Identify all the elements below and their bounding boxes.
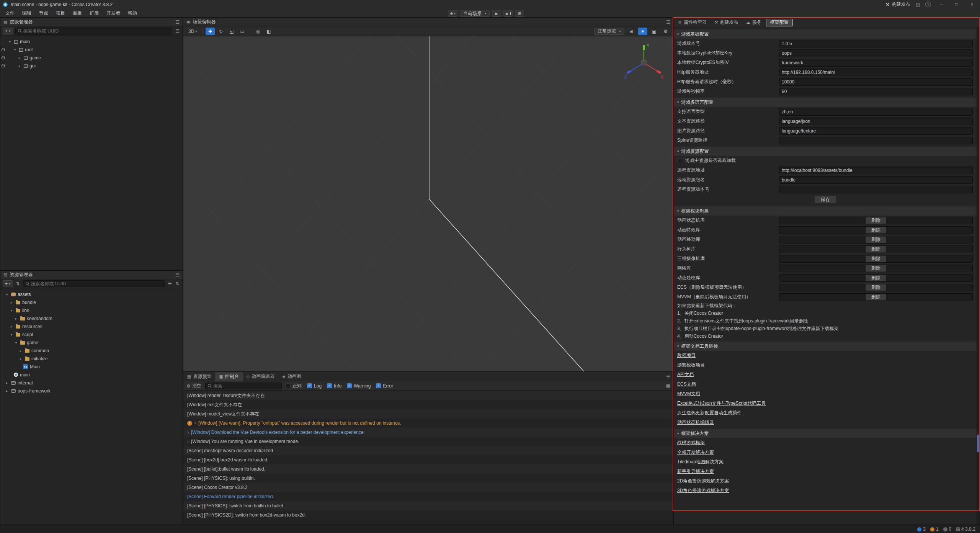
asset-folder-bundle[interactable]: ▸ bundle bbox=[0, 298, 183, 306]
collapse-arrow-icon[interactable]: ▸ bbox=[18, 349, 23, 353]
log-row[interactable]: ! › [Scene] Cocos Creator v3.8.2 bbox=[183, 483, 673, 492]
delete-button[interactable]: 删除 bbox=[866, 227, 886, 234]
grid-toggle-button[interactable]: ⊞ bbox=[627, 28, 636, 35]
menu-item[interactable]: 编辑 bbox=[18, 10, 35, 16]
asset-folder-libs[interactable]: ▾ libs bbox=[0, 306, 183, 314]
tab-property-inspector[interactable]: ⚙ 属性检查器 bbox=[674, 18, 710, 27]
filter-checkbox[interactable]: ✓ bbox=[286, 383, 291, 388]
delete-button[interactable]: 删除 bbox=[866, 284, 886, 291]
delete-button[interactable]: 删除 bbox=[866, 217, 886, 224]
assets-search[interactable] bbox=[23, 280, 165, 287]
log-row[interactable]: ! › [Window] You are running Vue in deve… bbox=[183, 437, 673, 446]
expand-arrow-icon[interactable]: ▾ bbox=[9, 333, 14, 337]
log-search-input[interactable] bbox=[213, 383, 279, 389]
menu-item[interactable]: 扩展 bbox=[86, 10, 103, 16]
doc-link[interactable]: Excel格式转Json文件与TypeScript代码工具 bbox=[674, 399, 977, 408]
pivot-toggle-button[interactable]: ◎ bbox=[253, 28, 263, 35]
log-row[interactable]: ! › [Scene] [PHYSICS]: using builtin. bbox=[183, 474, 673, 483]
delete-button[interactable]: 删除 bbox=[866, 265, 886, 272]
collapse-arrow-icon[interactable]: ▸ bbox=[9, 325, 14, 329]
lock-icon[interactable] bbox=[0, 48, 6, 51]
help-icon[interactable]: ? bbox=[925, 2, 931, 7]
menu-item[interactable]: 帮助 bbox=[124, 10, 141, 16]
warning-count-badge[interactable]: 1 bbox=[930, 526, 939, 532]
assets-search-input[interactable] bbox=[31, 281, 162, 286]
log-row[interactable]: ! › [Scene] meshopt wasm decoder initial… bbox=[183, 446, 673, 455]
filter-checkbox[interactable]: ✓ bbox=[376, 383, 381, 388]
camera-preview-button[interactable]: ▣ bbox=[650, 28, 659, 35]
tab-framework-config[interactable]: 框架配置 bbox=[766, 19, 793, 26]
property-input[interactable] bbox=[779, 137, 973, 144]
hierarchy-search-input[interactable] bbox=[23, 28, 170, 34]
collapse-arrow-icon[interactable]: ▸ bbox=[17, 56, 22, 60]
menu-item[interactable]: 项目 bbox=[52, 10, 69, 16]
collapse-arrow-icon[interactable]: ▸ bbox=[5, 381, 9, 385]
hierarchy-node-main[interactable]: ▾ main bbox=[0, 38, 183, 46]
scrollbar[interactable] bbox=[977, 27, 980, 525]
move-tool-button[interactable]: ✚ bbox=[206, 28, 215, 35]
asset-folder-game[interactable]: ▾ game bbox=[0, 338, 183, 347]
clear-log-button[interactable]: ⊘ 清空 bbox=[186, 383, 201, 389]
minimize-button[interactable]: ─ bbox=[936, 2, 946, 7]
menu-item[interactable]: 文件 bbox=[2, 10, 18, 16]
sort-icon[interactable]: ⇅ bbox=[15, 281, 21, 286]
scrollbar-thumb[interactable] bbox=[977, 435, 979, 452]
property-input[interactable]: zh,en bbox=[779, 108, 973, 116]
section-header[interactable]: ▾ 游戏资源配置 bbox=[674, 147, 977, 156]
asset-folder-resources[interactable]: ▸ resources bbox=[0, 322, 183, 330]
property-input[interactable]: bundle bbox=[779, 176, 973, 184]
solution-link[interactable]: 全栈开发解决方案 bbox=[674, 448, 977, 457]
log-filter[interactable]: ✓ Info bbox=[327, 383, 341, 389]
property-input[interactable]: 10000 bbox=[779, 78, 973, 86]
log-filter[interactable]: ✓ Log bbox=[307, 383, 322, 389]
doc-link[interactable]: 教程项目 bbox=[674, 351, 977, 360]
collapse-arrow-icon[interactable]: ▸ bbox=[9, 301, 14, 304]
log-row[interactable]: ! › [Scene] [box2d]:box2d wasm lib loade… bbox=[183, 455, 673, 464]
menu-item[interactable]: 开发者 bbox=[103, 10, 124, 16]
doc-link[interactable]: 动画状态机编辑器 bbox=[674, 418, 977, 427]
hierarchy-header[interactable]: ▦ 层级管理器 ☰ bbox=[0, 18, 183, 26]
log-row[interactable]: ! › [Scene] [PHYSICS]: switch from built… bbox=[183, 501, 673, 510]
scene-viewport[interactable]: Y X Z bbox=[183, 36, 673, 371]
property-input[interactable]: 60 bbox=[779, 88, 973, 95]
solution-link[interactable]: 战棋游戏框架 bbox=[674, 438, 977, 448]
solution-link[interactable]: 2D角色扮演游戏解决方案 bbox=[674, 476, 977, 486]
lighting-toggle-button[interactable]: ☀ bbox=[638, 28, 647, 35]
solution-link[interactable]: 3D角色扮演游戏解决方案 bbox=[674, 486, 977, 495]
hierarchy-node-gui[interactable]: ▸ gui bbox=[0, 62, 183, 70]
solution-link[interactable]: Tiledmap地图解决方案 bbox=[674, 457, 977, 467]
hierarchy-node-root[interactable]: ▾ root bbox=[0, 46, 183, 54]
play-button[interactable]: ▶ bbox=[492, 10, 501, 17]
scale-tool-button[interactable]: ◱ bbox=[227, 28, 236, 35]
expand-arrow-icon[interactable]: ▾ bbox=[9, 309, 14, 312]
log-count-badge[interactable]: 3 bbox=[917, 526, 926, 532]
hierarchy-node-game[interactable]: ▸ game bbox=[0, 54, 183, 62]
asset-file-main-scene[interactable]: main bbox=[0, 371, 183, 379]
save-button[interactable]: 保存 bbox=[814, 196, 836, 203]
asset-folder-seedrandom[interactable]: ▸ seedrandom bbox=[0, 314, 183, 322]
remote-load-checkbox[interactable] bbox=[677, 158, 682, 163]
error-count-badge[interactable]: 0 bbox=[943, 526, 952, 532]
package-icon[interactable]: ▤ bbox=[916, 2, 920, 7]
asset-db-oops-framework[interactable]: ▸ oops-framework bbox=[0, 387, 183, 395]
section-header[interactable]: ▾ 游戏基础配置 bbox=[674, 29, 977, 39]
doc-link[interactable]: MVVM文档 bbox=[674, 389, 977, 399]
step-button[interactable]: ▶ bbox=[503, 10, 513, 17]
refresh-icon[interactable]: ↻ bbox=[175, 281, 180, 286]
filter-checkbox[interactable]: ✓ bbox=[307, 383, 312, 388]
tab-console[interactable]: ▣ 控制台 bbox=[215, 372, 242, 381]
lock-icon[interactable] bbox=[0, 56, 6, 59]
scene-select[interactable]: 当前场景 ▾ bbox=[460, 10, 490, 17]
panel-menu-icon[interactable]: ☰ bbox=[666, 374, 670, 379]
tab-animation-graph[interactable]: ◈ 动画图 bbox=[278, 372, 305, 381]
expand-arrow-icon[interactable]: ▾ bbox=[5, 293, 9, 296]
expand-arrow-icon[interactable]: ▾ bbox=[8, 40, 12, 44]
asset-file-main-ts[interactable]: TS Main bbox=[0, 363, 183, 371]
menu-item[interactable]: 节点 bbox=[35, 10, 52, 16]
layout-button[interactable]: ⊞ bbox=[515, 10, 524, 17]
log-row[interactable]: ! › [Window] ecs文件夹不存在 bbox=[183, 400, 673, 409]
asset-folder-initialize[interactable]: ▸ initialize bbox=[0, 355, 183, 363]
solution-link[interactable]: 新手引导解决方案 bbox=[674, 467, 977, 476]
tab-animation-editor[interactable]: ◇ 动画编辑器 bbox=[243, 372, 278, 381]
expand-arrow-icon[interactable]: › bbox=[187, 439, 189, 444]
